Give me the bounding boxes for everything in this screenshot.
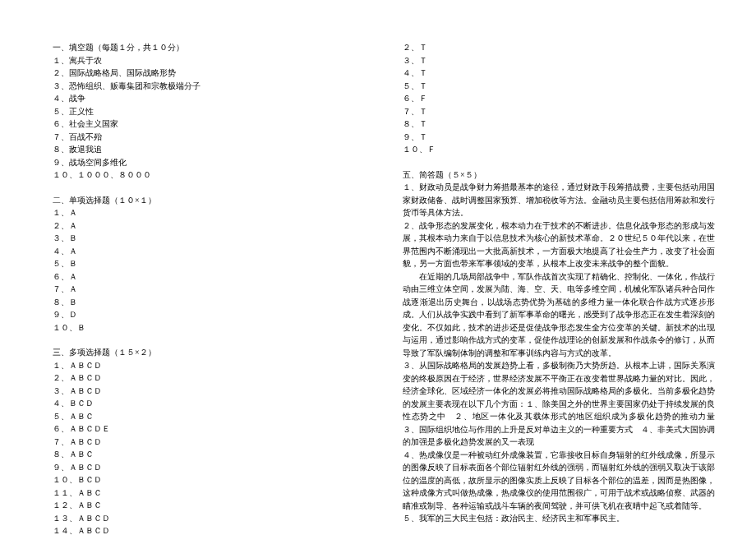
spacer bbox=[403, 525, 715, 536]
tf-item: １０、Ｆ bbox=[403, 143, 715, 156]
single-choice-item: ３、Ｂ bbox=[53, 232, 353, 245]
multi-choice-item: １０、ＢＣＤ bbox=[53, 473, 353, 487]
answer-5: ５、我军的三大民主包括：政治民主、经济民主和军事民主。 bbox=[403, 512, 715, 525]
spacer bbox=[403, 156, 715, 168]
section-2-heading: 二、单项选择题（１０×１） bbox=[53, 194, 353, 207]
left-column: 一、填空题（每题１分，共１０分） １、寓兵于农 ２、国际战略格局、国际战略形势 … bbox=[0, 0, 378, 535]
fill-item: ５、正义性 bbox=[53, 105, 353, 118]
fill-item: ７、百战不殆 bbox=[53, 131, 353, 144]
multi-choice-item: ２、ＡＢＣＤ bbox=[53, 371, 353, 385]
single-choice-item: ８、Ｂ bbox=[53, 296, 353, 309]
multi-choice-item: １４、ＡＢＣＤ bbox=[53, 524, 353, 535]
fill-item: ２、国际战略格局、国际战略形势 bbox=[53, 67, 353, 80]
multi-choice-item: ９、ＡＢＣＤ bbox=[53, 461, 353, 474]
multi-choice-item: ８、ＡＢＣ bbox=[53, 448, 353, 461]
single-choice-item: ７、Ａ bbox=[53, 283, 353, 296]
fill-item: ３、恐怖组织、贩毒集团和宗教极端分子 bbox=[53, 80, 353, 93]
tf-item: ４、Ｔ bbox=[403, 67, 715, 80]
answer-2b: 在近期的几场局部战争中，军队作战首次实现了精确化、控制化、一体化，作战行动由三维… bbox=[403, 270, 715, 360]
single-choice-item: ４、Ａ bbox=[53, 245, 353, 258]
multi-choice-item: １３、ＡＢＣＤ bbox=[53, 512, 353, 525]
fill-item: ８、敌退我追 bbox=[53, 143, 353, 156]
tf-item: ３、Ｔ bbox=[403, 54, 715, 67]
page: 一、填空题（每题１分，共１０分） １、寓兵于农 ２、国际战略格局、国际战略形势 … bbox=[0, 0, 756, 535]
answer-1: １、财政动员是战争财力筹措最基本的途径，通过财政手段筹措战费，主要包括动用国家财… bbox=[403, 181, 715, 219]
single-choice-item: ６、Ａ bbox=[53, 270, 353, 284]
tf-item: ２、Ｔ bbox=[403, 41, 715, 54]
tf-item: ６、Ｆ bbox=[403, 92, 715, 105]
multi-choice-item: ７、ＡＢＣＤ bbox=[53, 436, 353, 449]
section-3-heading: 三、多项选择题（１５×２） bbox=[53, 346, 353, 359]
multi-choice-item: ６、ＡＢＣＤＥ bbox=[53, 422, 353, 436]
single-choice-item: ９、Ｄ bbox=[53, 308, 353, 321]
single-choice-item: ２、Ａ bbox=[53, 219, 353, 233]
multi-choice-item: １、ＡＢＣＤ bbox=[53, 359, 353, 372]
fill-item: １、寓兵于农 bbox=[53, 54, 353, 67]
fill-item: １０、１０００、８０００ bbox=[53, 168, 353, 182]
right-column: ２、Ｔ ３、Ｔ ４、Ｔ ５、Ｔ ６、Ｆ ７、Ｔ ８、Ｔ ９、Ｔ １０、Ｆ 五、简… bbox=[378, 0, 756, 535]
answer-3: ３、从国际战略格局的发展趋势上看，多极制衡乃大势所趋。从根本上讲，国际关系演变的… bbox=[403, 359, 715, 449]
multi-choice-item: ４、ＢＣＤ bbox=[53, 397, 353, 410]
multi-choice-item: ３、ＡＢＣＤ bbox=[53, 385, 353, 398]
multi-choice-item: ５、ＡＢＣ bbox=[53, 410, 353, 423]
single-choice-item: １、Ａ bbox=[53, 206, 353, 219]
spacer bbox=[53, 334, 353, 346]
multi-choice-item: １２、ＡＢＣ bbox=[53, 499, 353, 512]
tf-item: ８、Ｔ bbox=[403, 118, 715, 131]
section-5-heading: 五、简答题（５×５） bbox=[403, 168, 715, 182]
spacer bbox=[53, 182, 353, 194]
fill-item: ６、社会主义国家 bbox=[53, 118, 353, 131]
section-1-heading: 一、填空题（每题１分，共１０分） bbox=[53, 41, 353, 54]
tf-item: ９、Ｔ bbox=[403, 131, 715, 144]
fill-item: ９、战场空间多维化 bbox=[53, 156, 353, 169]
answer-2: ２、战争形态的发展变化，根本动力在于技术的不断进步。信息化战争形态的形成与发展，… bbox=[403, 219, 715, 270]
tf-item: ７、Ｔ bbox=[403, 105, 715, 118]
fill-item: ４、战争 bbox=[53, 92, 353, 105]
single-choice-item: ５、Ｂ bbox=[53, 257, 353, 270]
multi-choice-item: １１、ＡＢＣ bbox=[53, 487, 353, 500]
tf-item: ５、Ｔ bbox=[403, 80, 715, 93]
single-choice-item: １０、Ｂ bbox=[53, 321, 353, 334]
answer-4: ４、热成像仪是一种被动红外成像装置，它靠接收目标自身辐射的红外线成像，所显示的图… bbox=[403, 449, 715, 513]
